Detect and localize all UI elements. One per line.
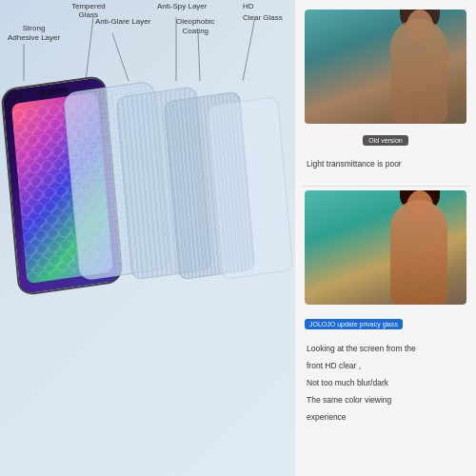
new-version-caption-box: Looking at the screen from thefront HD c… bbox=[305, 334, 466, 427]
photo-dark-tint bbox=[305, 10, 466, 124]
old-version-photo-container bbox=[305, 10, 466, 124]
left-panel: StrongAdhesive Layer TemperedGlass Anti-… bbox=[0, 0, 295, 476]
person-body-new bbox=[390, 200, 447, 305]
old-version-photo bbox=[305, 10, 466, 124]
new-version-photo-container bbox=[305, 190, 466, 305]
jolojo-badge: JOLOJO update privacy glass bbox=[305, 319, 403, 329]
old-version-caption-box: Light transmittance is poor bbox=[305, 149, 466, 174]
phone-notch bbox=[39, 87, 69, 96]
divider bbox=[303, 186, 468, 187]
old-version-badge: Old version bbox=[363, 135, 407, 146]
new-version-photo bbox=[305, 190, 466, 305]
connector-lines bbox=[0, 0, 295, 57]
layers-container bbox=[10, 52, 286, 443]
new-version-caption: Looking at the screen from thefront HD c… bbox=[307, 344, 416, 422]
right-panel: Old version Light transmittance is poor … bbox=[295, 0, 476, 476]
old-version-caption: Light transmittance is poor bbox=[307, 159, 402, 169]
hd-clear-glass-layer bbox=[207, 96, 293, 280]
